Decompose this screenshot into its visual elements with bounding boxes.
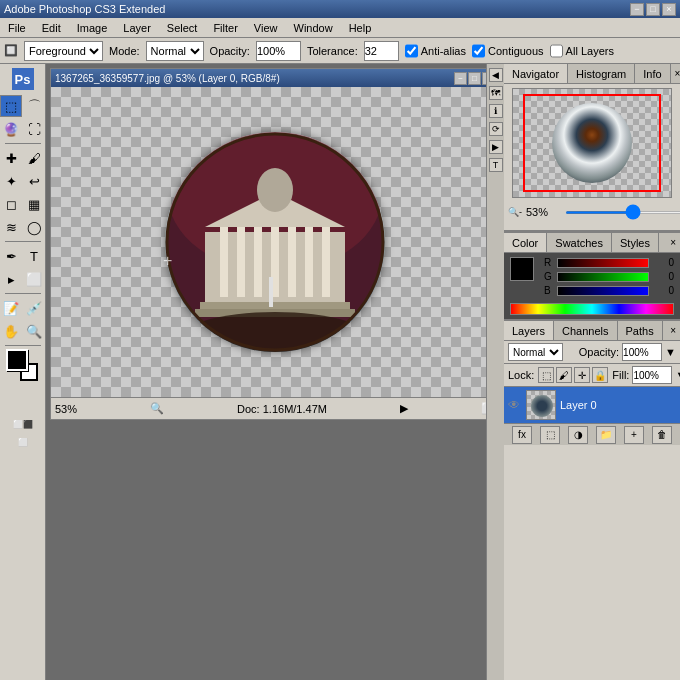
brush-tool[interactable]: 🖌 bbox=[23, 147, 45, 169]
opacity-input[interactable] bbox=[622, 343, 662, 361]
healing-brush-tool[interactable]: ✚ bbox=[0, 147, 22, 169]
doc-info-menu[interactable]: ⬜ bbox=[481, 402, 486, 415]
history-icon[interactable]: ⟳ bbox=[489, 122, 503, 136]
lock-all-btn[interactable]: 🔒 bbox=[592, 367, 608, 383]
tab-info[interactable]: Info bbox=[635, 64, 670, 83]
main-layout: Ps ⬚ ⌒ 🔮 ⛶ ✚ 🖌 ✦ ↩ ◻ ▦ ≋ ◯ ✒ T bbox=[0, 64, 680, 680]
doc-close[interactable]: × bbox=[482, 72, 486, 85]
all-layers-checkbox[interactable] bbox=[550, 41, 563, 61]
layer-mask-btn[interactable]: ⬚ bbox=[540, 426, 560, 444]
mode-select[interactable]: Normal bbox=[146, 41, 204, 61]
quick-mask-button[interactable]: ⬜⬛ bbox=[4, 416, 42, 432]
screen-mode-button[interactable]: ⬜ bbox=[4, 434, 42, 450]
tab-layers[interactable]: Layers bbox=[504, 321, 554, 340]
eyedropper-tool[interactable]: 💉 bbox=[23, 297, 45, 319]
gradient-tool[interactable]: ▦ bbox=[23, 193, 45, 215]
doc-minimize[interactable]: − bbox=[454, 72, 467, 85]
zoom-out-icon[interactable]: 🔍- bbox=[508, 207, 522, 217]
document-titlebar: 1367265_36359577.jpg @ 53% (Layer 0, RGB… bbox=[51, 69, 486, 87]
zoom-icon[interactable]: 🔍 bbox=[150, 402, 164, 415]
g-value: 0 bbox=[652, 271, 674, 282]
eraser-tool[interactable]: ◻ bbox=[0, 193, 22, 215]
tolerance-label: Tolerance: bbox=[307, 45, 358, 57]
color-tab-bar: Color Swatches Styles × bbox=[504, 233, 680, 253]
path-selection-tool[interactable]: ▸ bbox=[0, 268, 22, 290]
fill-arrow[interactable]: ▼ bbox=[675, 369, 680, 381]
clone-stamp-tool[interactable]: ✦ bbox=[0, 170, 22, 192]
layer-visibility-icon[interactable]: 👁 bbox=[508, 398, 522, 412]
color-spectrum[interactable] bbox=[510, 303, 674, 315]
opacity-arrow[interactable]: ▼ bbox=[665, 346, 676, 358]
marquee-tool[interactable]: ⬚ bbox=[0, 95, 22, 117]
maximize-button[interactable]: □ bbox=[646, 3, 660, 16]
canvas-area: 1367265_36359577.jpg @ 53% (Layer 0, RGB… bbox=[46, 64, 486, 680]
lock-image-btn[interactable]: 🖌 bbox=[556, 367, 572, 383]
notes-tool[interactable]: 📝 bbox=[0, 297, 22, 319]
hand-tool[interactable]: ✋ bbox=[0, 320, 22, 342]
tab-swatches[interactable]: Swatches bbox=[547, 233, 612, 252]
tolerance-input[interactable] bbox=[364, 41, 399, 61]
layer-group-btn[interactable]: 📁 bbox=[596, 426, 616, 444]
layers-close[interactable]: × bbox=[666, 323, 680, 338]
menu-help[interactable]: Help bbox=[345, 20, 376, 36]
type-icon[interactable]: T bbox=[489, 158, 503, 172]
menu-layer[interactable]: Layer bbox=[119, 20, 155, 36]
magic-wand-tool[interactable]: 🔮 bbox=[0, 118, 22, 140]
delete-layer-btn[interactable]: 🗑 bbox=[652, 426, 672, 444]
zoom-slider[interactable] bbox=[565, 211, 680, 214]
close-button[interactable]: × bbox=[662, 3, 676, 16]
tab-styles[interactable]: Styles bbox=[612, 233, 659, 252]
sidebar-collapse-top[interactable]: ◀ bbox=[489, 68, 503, 82]
type-tool[interactable]: T bbox=[23, 245, 45, 267]
tab-navigator[interactable]: Navigator bbox=[504, 64, 568, 83]
color-close[interactable]: × bbox=[666, 235, 680, 250]
tool-preset-select[interactable]: Foreground bbox=[24, 41, 103, 61]
menu-edit[interactable]: Edit bbox=[38, 20, 65, 36]
minimize-button[interactable]: − bbox=[630, 3, 644, 16]
menu-file[interactable]: File bbox=[4, 20, 30, 36]
menu-filter[interactable]: Filter bbox=[209, 20, 241, 36]
doc-maximize[interactable]: □ bbox=[468, 72, 481, 85]
r-label: R bbox=[544, 257, 554, 268]
fill-section: Fill: ▼ bbox=[612, 366, 680, 384]
info-icon[interactable]: ℹ bbox=[489, 104, 503, 118]
anti-alias-checkbox[interactable] bbox=[405, 41, 418, 61]
menu-view[interactable]: View bbox=[250, 20, 282, 36]
navigator-icon[interactable]: 🗺 bbox=[489, 86, 503, 100]
foreground-color-swatch[interactable] bbox=[6, 349, 28, 371]
contiguous-checkbox[interactable] bbox=[472, 41, 485, 61]
blur-tool[interactable]: ≋ bbox=[0, 216, 22, 238]
svg-rect-9 bbox=[305, 227, 313, 297]
doc-info-arrow[interactable]: ▶ bbox=[400, 402, 408, 415]
fill-input[interactable] bbox=[632, 366, 672, 384]
document-canvas[interactable]: + bbox=[51, 87, 486, 397]
layer-row[interactable]: 👁 Layer 0 bbox=[504, 387, 680, 423]
shape-tool[interactable]: ⬜ bbox=[23, 268, 45, 290]
menu-window[interactable]: Window bbox=[290, 20, 337, 36]
zoom-tool[interactable]: 🔍 bbox=[23, 320, 45, 342]
actions-icon[interactable]: ▶ bbox=[489, 140, 503, 154]
foreground-swatch[interactable] bbox=[510, 257, 534, 281]
opacity-input[interactable] bbox=[256, 41, 301, 61]
tab-color[interactable]: Color bbox=[504, 233, 547, 252]
adjustment-layer-btn[interactable]: ◑ bbox=[568, 426, 588, 444]
history-brush-tool[interactable]: ↩ bbox=[23, 170, 45, 192]
layer-name[interactable]: Layer 0 bbox=[560, 399, 597, 411]
lasso-tool[interactable]: ⌒ bbox=[23, 95, 45, 117]
tab-histogram[interactable]: Histogram bbox=[568, 64, 635, 83]
right-sidebar-icons: ◀ 🗺 ℹ ⟳ ▶ T bbox=[486, 64, 504, 680]
blend-mode-select[interactable]: Normal bbox=[508, 343, 563, 361]
tab-paths[interactable]: Paths bbox=[618, 321, 663, 340]
tab-channels[interactable]: Channels bbox=[554, 321, 617, 340]
pen-tool[interactable]: ✒ bbox=[0, 245, 22, 267]
lock-position-btn[interactable]: ✛ bbox=[574, 367, 590, 383]
navigator-close[interactable]: × bbox=[671, 66, 680, 81]
layer-style-btn[interactable]: fx bbox=[512, 426, 532, 444]
lock-transparency-btn[interactable]: ⬚ bbox=[538, 367, 554, 383]
dodge-tool[interactable]: ◯ bbox=[23, 216, 45, 238]
crop-tool[interactable]: ⛶ bbox=[23, 118, 45, 140]
menu-select[interactable]: Select bbox=[163, 20, 202, 36]
menu-image[interactable]: Image bbox=[73, 20, 112, 36]
nav-view-box[interactable] bbox=[523, 94, 661, 192]
new-layer-btn[interactable]: + bbox=[624, 426, 644, 444]
